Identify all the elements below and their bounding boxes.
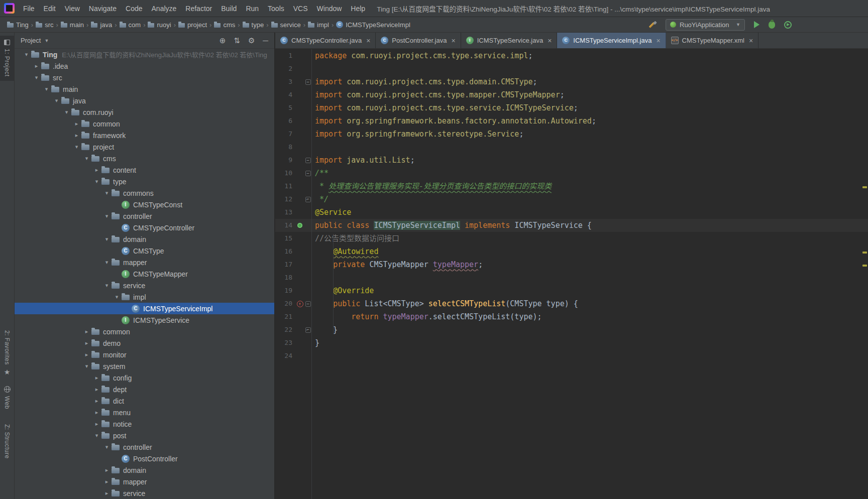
menu-item-view[interactable]: View [60, 2, 84, 15]
debug-button[interactable] [769, 21, 775, 29]
tree-item-dept[interactable]: ▸dept [15, 384, 274, 395]
tree-item-src[interactable]: ▾src [15, 72, 274, 83]
close-icon[interactable]: × [749, 37, 753, 45]
expand-arrow[interactable]: ▸ [72, 120, 81, 127]
expand-arrow[interactable]: ▸ [92, 375, 101, 381]
tree-item-postcontroller[interactable]: CPostController [15, 453, 274, 464]
expand-arrow[interactable]: ▾ [102, 444, 112, 450]
menu-item-help[interactable]: Help [346, 2, 370, 15]
tree-item-cms[interactable]: ▾cms [15, 153, 274, 164]
tree-item-domain[interactable]: ▾domain [15, 233, 274, 245]
tree-item-icmstypeservice[interactable]: IICMSTypeService [15, 314, 274, 326]
editor-tab[interactable]: </>CMSTypeMapper.xml× [666, 33, 758, 48]
editor-tab[interactable]: CICMSTypeServiceImpl.java× [557, 33, 666, 48]
tree-item-notice[interactable]: ▸notice [15, 418, 274, 430]
tree-item-ting[interactable]: ▾TingE:\从百度网盘下载的资料\ZhiNengJiaJu软件\软件\02 … [15, 49, 274, 60]
pencil-icon[interactable] [648, 21, 657, 29]
warning-stripe-mark[interactable] [862, 252, 867, 254]
chevron-down-icon[interactable]: ▼ [44, 38, 49, 43]
tree-item-service[interactable]: ▾service [15, 280, 274, 291]
tree-item-cmstypeconst[interactable]: ICMSTypeConst [15, 199, 274, 210]
warning-stripe-mark[interactable] [862, 186, 867, 188]
expand-arrow[interactable]: ▾ [62, 109, 71, 115]
coverage-button[interactable] [784, 21, 792, 29]
menu-item-run[interactable]: Run [241, 2, 263, 15]
expand-arrow[interactable]: ▾ [42, 86, 51, 92]
run-configuration-select[interactable]: RuoYiApplication ▼ [666, 19, 745, 31]
breadcrumb-item[interactable]: ruoyi [148, 21, 171, 29]
tree-item-common[interactable]: ▸common [15, 326, 274, 337]
expand-arrow[interactable]: ▾ [82, 155, 91, 162]
expand-arrow[interactable]: ▸ [92, 409, 101, 416]
expand-arrow[interactable]: ▾ [22, 51, 31, 58]
menu-item-refactor[interactable]: Refactor [181, 2, 216, 15]
expand-arrow[interactable]: ▾ [112, 294, 122, 300]
fold-icon[interactable]: − [305, 79, 311, 85]
tree-item-domain[interactable]: ▸domain [15, 464, 274, 476]
breadcrumb-item[interactable]: main [61, 21, 84, 29]
fold-icon[interactable]: ⌐ [305, 327, 311, 333]
project-panel-title[interactable]: Project [21, 37, 41, 44]
tree-item-system[interactable]: ▾system [15, 360, 274, 372]
expand-arrow[interactable]: ▸ [92, 167, 101, 173]
tree-item-cmstypemapper[interactable]: ICMSTypeMapper [15, 268, 274, 280]
breadcrumb-item[interactable]: Ting [7, 21, 29, 29]
locate-icon[interactable]: ⊕ [220, 37, 226, 44]
close-icon[interactable]: × [548, 37, 552, 45]
tree-item-mapper[interactable]: ▸mapper [15, 476, 274, 487]
breadcrumb-item[interactable]: service [271, 21, 301, 29]
tree-item-demo[interactable]: ▸demo [15, 337, 274, 349]
stripe-button-web[interactable]: Web [0, 382, 14, 413]
menu-item-window[interactable]: Window [312, 2, 347, 15]
breadcrumb-item[interactable]: java [91, 21, 112, 29]
breadcrumb-item[interactable]: type [243, 21, 264, 29]
tree-item-post[interactable]: ▾post [15, 430, 274, 441]
tree-item-config[interactable]: ▸config [15, 372, 274, 384]
menu-item-tools[interactable]: Tools [263, 2, 289, 15]
stripe-button-structure[interactable]: Z: Structure [0, 420, 14, 463]
tree-item-menu[interactable]: ▸menu [15, 407, 274, 418]
tree-item--idea[interactable]: ▸.idea [15, 60, 274, 72]
tree-item-type[interactable]: ▾type [15, 176, 274, 187]
code-editor[interactable]: 1package com.ruoyi.project.cms.type.serv… [275, 49, 868, 499]
tree-item-cmstypecontroller[interactable]: CCMSTypeController [15, 222, 274, 233]
expand-arrow[interactable]: ▾ [102, 236, 112, 242]
gear-icon[interactable]: ⚙ [248, 37, 255, 44]
expand-arrow[interactable]: ▸ [82, 351, 91, 358]
menu-item-analyze[interactable]: Analyze [147, 2, 181, 15]
tree-item-service[interactable]: ▸service [15, 487, 274, 499]
tree-item-common[interactable]: ▸common [15, 118, 274, 130]
tree-item-framework[interactable]: ▸framework [15, 130, 274, 141]
expand-arrow[interactable]: ▸ [72, 132, 81, 139]
fold-icon[interactable]: − [305, 158, 311, 163]
menu-item-navigate[interactable]: Navigate [84, 2, 121, 15]
editor-tab[interactable]: CCMSTypeController.java× [275, 33, 376, 48]
tree-item-cmstype[interactable]: CCMSType [15, 245, 274, 257]
expand-arrow[interactable]: ▾ [92, 178, 101, 185]
expand-arrow[interactable]: ▾ [72, 144, 81, 150]
run-button[interactable] [754, 21, 759, 28]
tree-item-commons[interactable]: ▾commons [15, 187, 274, 199]
breadcrumb-item[interactable]: cms [214, 21, 235, 29]
editor-tab[interactable]: IICMSTypeService.java× [461, 33, 558, 48]
close-icon[interactable]: × [366, 37, 370, 45]
expand-arrow[interactable]: ▾ [52, 97, 61, 104]
collapse-all-icon[interactable]: ⇅ [234, 37, 240, 44]
expand-arrow[interactable]: ▾ [32, 74, 41, 81]
tree-item-icmstypeserviceimpl[interactable]: CICMSTypeServiceImpl [15, 303, 274, 314]
expand-arrow[interactable]: ▸ [102, 478, 112, 485]
close-icon[interactable]: × [451, 37, 455, 45]
menu-item-build[interactable]: Build [216, 2, 241, 15]
fold-icon[interactable]: ⌐ [305, 197, 311, 202]
expand-arrow[interactable]: ▸ [32, 63, 41, 69]
override-icon[interactable]: ↑ [297, 301, 303, 307]
tree-item-monitor[interactable]: ▸monitor [15, 349, 274, 360]
breadcrumb-item[interactable]: com [120, 21, 141, 29]
expand-arrow[interactable]: ▸ [92, 421, 101, 427]
fold-icon[interactable]: − [305, 301, 311, 307]
menu-item-edit[interactable]: Edit [39, 2, 60, 15]
tree-item-mapper[interactable]: ▾mapper [15, 257, 274, 268]
tree-item-controller[interactable]: ▾controller [15, 441, 274, 453]
expand-arrow[interactable]: ▾ [102, 213, 112, 219]
menu-item-vcs[interactable]: VCS [289, 2, 312, 15]
